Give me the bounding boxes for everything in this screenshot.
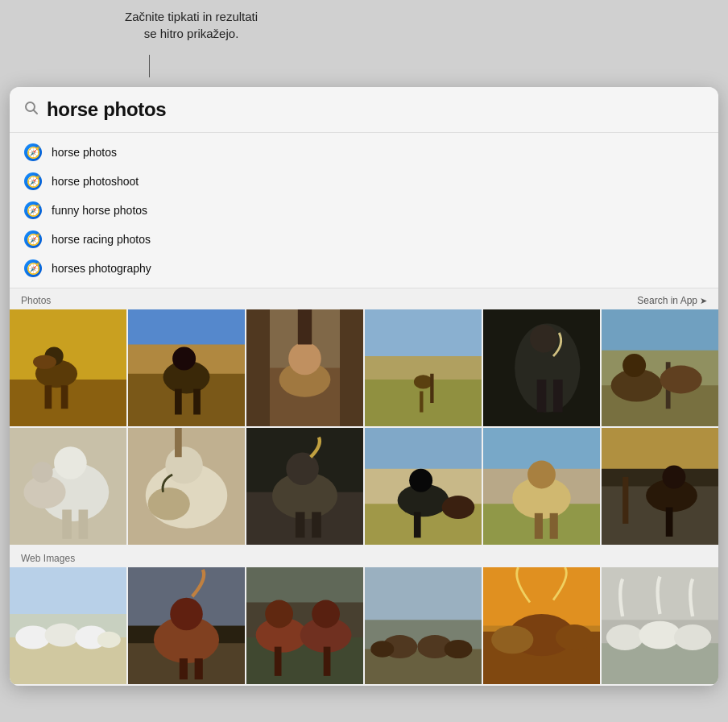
search-query-text[interactable]: horse photos [47,98,166,121]
svg-point-114 [491,626,533,654]
safari-compass-icon-5 [24,259,42,277]
svg-point-115 [556,624,593,650]
photo-cell[interactable] [483,428,600,545]
safari-compass-icon-4 [24,230,42,248]
svg-rect-22 [298,309,312,345]
svg-point-100 [312,600,340,629]
svg-point-51 [148,488,190,521]
svg-rect-75 [602,428,718,469]
web-image-cell[interactable] [246,567,363,684]
search-in-app-button[interactable]: Search in App ➤ [637,295,707,306]
svg-point-56 [286,452,319,485]
svg-point-119 [606,624,643,650]
svg-rect-78 [666,508,673,537]
svg-point-91 [170,598,203,631]
callout-tooltip: Začnite tipkati in rezultati se hitro pr… [125,8,258,42]
safari-compass-icon-2 [24,172,42,190]
web-section-title: Web Images [21,553,75,564]
suggestion-item[interactable]: horse photoshoot [10,167,718,196]
svg-rect-45 [79,510,89,539]
svg-point-8 [33,355,56,369]
svg-rect-27 [420,392,423,413]
suggestion-item[interactable]: funny horse photos [10,196,718,225]
svg-rect-79 [623,477,628,524]
svg-point-98 [265,600,293,629]
suggestion-text-1: horse photos [52,146,117,159]
suggestion-text-3: funny horse photos [52,204,147,217]
photo-cell[interactable] [483,309,600,426]
photos-section-title: Photos [21,295,51,306]
svg-rect-60 [365,428,482,469]
svg-rect-52 [175,428,182,457]
svg-point-84 [45,624,81,647]
photo-cell[interactable] [246,428,363,545]
search-icon [24,101,39,119]
svg-rect-92 [180,658,188,679]
svg-point-77 [662,465,685,488]
photo-cell[interactable] [365,428,482,545]
photo-cell[interactable] [365,309,482,426]
svg-point-26 [414,375,432,388]
svg-point-108 [445,640,473,658]
photos-grid-row1 [10,309,718,428]
svg-rect-15 [193,389,201,415]
suggestions-list: horse photos horse photoshoot funny hors… [10,133,718,288]
callout-line [149,55,150,77]
svg-rect-57 [296,512,305,537]
svg-point-86 [97,632,121,648]
svg-rect-35 [602,309,718,351]
photo-cell[interactable] [246,309,363,426]
photos-grid-row2 [10,428,718,546]
svg-rect-7 [61,385,68,409]
search-in-app-arrow: ➤ [700,296,707,306]
svg-rect-11 [128,309,245,345]
svg-rect-44 [62,510,72,539]
svg-rect-102 [324,647,331,676]
svg-rect-72 [550,513,558,539]
svg-rect-28 [430,374,433,403]
svg-rect-33 [553,380,563,413]
svg-point-43 [54,446,87,479]
svg-rect-82 [10,567,126,614]
photo-cell[interactable] [602,428,718,545]
search-panel: horse photos horse photos horse photosho… [10,87,718,686]
photo-cell[interactable] [10,428,126,545]
svg-rect-19 [340,309,363,426]
photo-cell[interactable] [10,309,126,426]
svg-rect-104 [365,567,482,620]
svg-rect-18 [246,309,270,426]
svg-point-40 [660,366,702,394]
web-images-section: Web Images [10,546,718,686]
svg-rect-101 [275,647,282,676]
photo-cell[interactable] [602,309,718,426]
suggestion-item[interactable]: horses photography [10,254,718,283]
photo-cell[interactable] [128,309,245,426]
svg-rect-24 [365,309,482,356]
suggestion-item[interactable]: horse racing photos [10,225,718,254]
svg-point-65 [442,496,475,519]
web-image-cell[interactable] [10,567,126,684]
safari-compass-icon-3 [24,201,42,219]
svg-rect-6 [45,385,52,409]
web-image-cell[interactable] [483,567,600,684]
photos-section: Photos Search in App ➤ [10,288,718,546]
suggestion-text-5: horses photography [52,262,151,275]
suggestion-text-2: horse photoshoot [52,175,139,188]
svg-rect-14 [175,389,182,415]
svg-point-109 [370,641,394,657]
svg-point-63 [409,469,432,492]
search-bar: horse photos [10,87,718,133]
web-image-cell[interactable] [128,567,245,684]
svg-point-50 [165,446,202,483]
suggestion-text-4: horse racing photos [52,233,151,246]
svg-rect-58 [312,512,321,537]
web-images-grid [10,567,718,686]
safari-compass-icon-1 [24,143,42,161]
photo-cell[interactable] [128,428,245,545]
web-image-cell[interactable] [602,567,718,684]
suggestion-item[interactable]: horse photos [10,138,718,167]
svg-line-1 [34,110,38,114]
svg-rect-96 [246,567,363,603]
svg-point-13 [172,346,196,370]
web-image-cell[interactable] [365,567,482,684]
